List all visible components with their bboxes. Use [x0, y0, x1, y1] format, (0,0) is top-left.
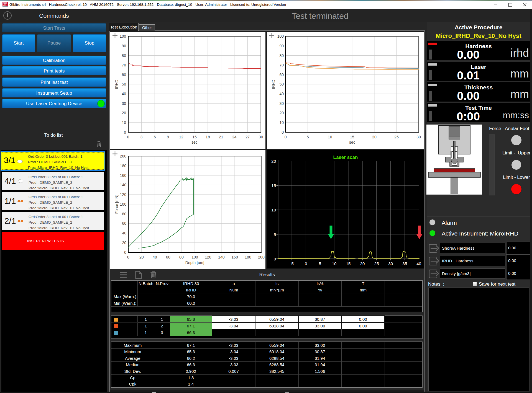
- svg-text:35: 35: [402, 261, 407, 266]
- svg-text:sec: sec: [191, 140, 198, 144]
- svg-text:160: 160: [120, 173, 127, 178]
- svg-text:10: 10: [122, 120, 126, 125]
- svg-text:30: 30: [122, 101, 126, 106]
- svg-text:0: 0: [124, 250, 126, 255]
- svg-text:25: 25: [394, 135, 399, 139]
- svg-text:80: 80: [279, 53, 284, 58]
- svg-text:30: 30: [279, 101, 284, 106]
- svg-text:sec: sec: [349, 140, 355, 144]
- svg-text:0: 0: [127, 255, 129, 259]
- svg-text:40: 40: [122, 231, 126, 235]
- svg-text:20: 20: [139, 255, 144, 259]
- svg-text:gibitre: gibitre: [2, 4, 7, 6]
- svg-text:9: 9: [167, 135, 169, 139]
- svg-text:5: 5: [274, 232, 276, 237]
- svg-text:IRHD: IRHD: [271, 79, 276, 89]
- svg-text:120: 120: [205, 255, 211, 259]
- svg-text:40: 40: [279, 92, 284, 96]
- svg-text:50: 50: [279, 82, 284, 86]
- svg-text:160: 160: [231, 255, 238, 259]
- svg-text:30: 30: [416, 135, 421, 139]
- svg-text:30: 30: [388, 261, 393, 266]
- svg-text:Force [mN]: Force [mN]: [114, 195, 119, 214]
- svg-text:15: 15: [350, 135, 354, 139]
- svg-text:15: 15: [192, 135, 197, 139]
- svg-text:6: 6: [154, 135, 156, 139]
- svg-text:24: 24: [232, 135, 237, 139]
- svg-text:15: 15: [346, 261, 351, 266]
- svg-text:70: 70: [279, 63, 284, 67]
- svg-text:100: 100: [120, 202, 127, 206]
- svg-text:40: 40: [416, 261, 421, 266]
- svg-text:12: 12: [179, 135, 183, 139]
- svg-text:40: 40: [153, 255, 157, 259]
- svg-text:15: 15: [271, 183, 276, 188]
- svg-text:180: 180: [245, 255, 251, 259]
- svg-text:IRHD: IRHD: [114, 79, 119, 89]
- svg-text:3: 3: [140, 135, 143, 139]
- svg-text:50: 50: [122, 82, 126, 86]
- svg-text:20: 20: [271, 159, 276, 164]
- svg-text:100: 100: [120, 34, 126, 38]
- svg-text:20: 20: [360, 261, 365, 266]
- svg-text:60: 60: [279, 73, 284, 77]
- svg-text:200: 200: [120, 154, 127, 158]
- svg-text:20: 20: [279, 111, 284, 115]
- svg-text:Depth [um]: Depth [um]: [185, 260, 204, 265]
- svg-text:70: 70: [122, 63, 126, 67]
- svg-text:10: 10: [271, 208, 276, 212]
- svg-text:10: 10: [328, 135, 332, 139]
- svg-text:30: 30: [259, 135, 263, 139]
- svg-text:20: 20: [372, 135, 377, 139]
- svg-text:Laser scan: Laser scan: [333, 155, 358, 160]
- svg-text:10: 10: [332, 261, 337, 266]
- svg-text:0: 0: [124, 130, 126, 135]
- svg-text:10: 10: [279, 120, 284, 125]
- svg-text:27: 27: [245, 135, 250, 139]
- svg-text:200: 200: [258, 255, 265, 259]
- svg-text:-5: -5: [290, 261, 294, 266]
- svg-text:60: 60: [166, 255, 170, 259]
- svg-text:0: 0: [274, 257, 276, 261]
- svg-text:100: 100: [277, 34, 284, 38]
- svg-text:18: 18: [206, 135, 210, 139]
- svg-text:5: 5: [319, 261, 321, 266]
- svg-text:90: 90: [279, 44, 284, 48]
- svg-text:0: 0: [285, 135, 287, 139]
- svg-text:20: 20: [122, 111, 126, 115]
- svg-text:180: 180: [120, 164, 127, 168]
- svg-text:140: 140: [120, 183, 127, 187]
- svg-text:80: 80: [122, 53, 126, 58]
- svg-text:80: 80: [122, 212, 126, 216]
- svg-text:60: 60: [122, 73, 126, 77]
- svg-text:0: 0: [282, 130, 284, 135]
- svg-text:0: 0: [127, 135, 129, 139]
- svg-text:20: 20: [122, 241, 126, 245]
- svg-text:140: 140: [218, 255, 225, 259]
- svg-text:25: 25: [374, 261, 379, 266]
- svg-text:21: 21: [219, 135, 223, 139]
- svg-text:90: 90: [122, 44, 126, 48]
- svg-text:5: 5: [307, 135, 309, 139]
- svg-text:40: 40: [122, 92, 126, 96]
- svg-text:0: 0: [305, 261, 307, 266]
- svg-text:100: 100: [191, 255, 198, 259]
- svg-text:120: 120: [120, 192, 127, 197]
- svg-text:80: 80: [179, 255, 184, 259]
- svg-text:60: 60: [122, 221, 126, 226]
